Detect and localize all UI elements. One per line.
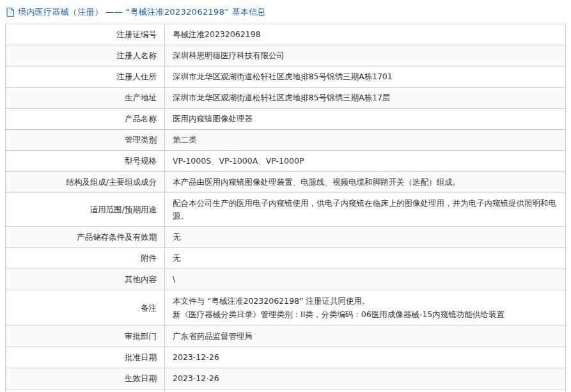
table-row: 注册人住所 深圳市龙华区观湖街道松轩社区虎地排85号锦绣三期A栋1701 bbox=[6, 67, 566, 88]
row-value: 2023-12-26 bbox=[165, 347, 566, 368]
table-row: 管理类别 第二类 bbox=[6, 130, 566, 151]
table-row: 结构及组成/主要组成成分 本产品由医用内窥镜图像处理装置、电源线、视频电缆和脚踏… bbox=[6, 172, 566, 193]
row-value: 深圳科思明德医疗科技有限公司 bbox=[165, 45, 566, 67]
row-label: 有效期至 bbox=[6, 389, 165, 392]
table-row: 注册人名称 深圳科思明德医疗科技有限公司 bbox=[6, 45, 566, 67]
row-value: 医用内窥镜图像处理器 bbox=[165, 109, 566, 130]
table-row: 生产地址 深圳市龙华区观湖街道松轩社区虎地排85号锦绣三期A栋17层 bbox=[6, 88, 566, 109]
row-label: 批准日期 bbox=[6, 347, 165, 368]
row-label: 其他内容 bbox=[6, 269, 165, 290]
table-row: 生效日期 2023-12-26 bbox=[6, 368, 566, 389]
row-label: 审批部门 bbox=[6, 326, 165, 347]
row-value: \ bbox=[165, 269, 566, 290]
row-label: 注册人住所 bbox=[6, 67, 165, 88]
row-value: 深圳市龙华区观湖街道松轩社区虎地排85号锦绣三期A栋17层 bbox=[165, 88, 566, 109]
row-label: 型号规格 bbox=[6, 151, 165, 172]
table-row: 产品名称 医用内窥镜图像处理器 bbox=[6, 109, 566, 130]
page-header: 境内医疗器械（注册） —— “粤械注准20232062198” 基本信息 bbox=[6, 6, 566, 18]
registration-info-page: 境内医疗器械（注册） —— “粤械注准20232062198” 基本信息 注册证… bbox=[0, 0, 571, 392]
row-label: 结构及组成/主要组成成分 bbox=[6, 172, 165, 193]
row-value: 深圳市龙华区观湖街道松轩社区虎地排85号锦绣三期A栋1701 bbox=[165, 67, 566, 88]
table-row: 附件 无 bbox=[6, 248, 566, 269]
table-row: 型号规格 VP-1000S、VP-1000A、VP-1000P bbox=[6, 151, 566, 172]
row-value: 广东省药品监督管理局 bbox=[165, 326, 566, 347]
table-row: 批准日期 2023-12-26 bbox=[6, 347, 566, 368]
row-value: 配合本公司生产的医用电子内窥镜使用，供电子内窥镜在临床上的图像处理用，并为电子内… bbox=[165, 193, 566, 227]
row-label: 适用范围/预期用途 bbox=[6, 193, 165, 227]
row-label: 注册人名称 bbox=[6, 45, 165, 67]
row-label: 产品名称 bbox=[6, 109, 165, 130]
row-label: 管理类别 bbox=[6, 130, 165, 151]
row-label: 生效日期 bbox=[6, 368, 165, 389]
value-line: 新《医疗器械分类目录》管理类别：II类，分类编码：06医用成像器械-15内窥镜功… bbox=[173, 308, 558, 321]
row-label: 备注 bbox=[6, 290, 165, 326]
table-row: 备注 本文件与 “粤械注准20232062198” 注册证共同使用。新《医疗器械… bbox=[6, 290, 566, 326]
table-row: 产品储存条件及有效期 无 bbox=[6, 227, 566, 248]
row-value: VP-1000S、VP-1000A、VP-1000P bbox=[165, 151, 566, 172]
document-icon bbox=[6, 8, 14, 17]
row-value: 粤械注准20232062198 bbox=[165, 24, 566, 45]
info-table-body: 注册证编号 粤械注准20232062198 注册人名称 深圳科思明德医疗科技有限… bbox=[6, 24, 566, 392]
row-label: 生产地址 bbox=[6, 88, 165, 109]
row-label: 产品储存条件及有效期 bbox=[6, 227, 165, 248]
row-value: 无 bbox=[165, 248, 566, 269]
row-value: 无 bbox=[165, 227, 566, 248]
row-label: 注册证编号 bbox=[6, 24, 165, 45]
table-row: 注册证编号 粤械注准20232062198 bbox=[6, 24, 566, 45]
row-value: 2028-12-25 bbox=[165, 389, 566, 392]
value-line: 本文件与 “粤械注准20232062198” 注册证共同使用。 bbox=[173, 295, 558, 308]
row-value: 第二类 bbox=[165, 130, 566, 151]
table-row: 适用范围/预期用途 配合本公司生产的医用电子内窥镜使用，供电子内窥镜在临床上的图… bbox=[6, 193, 566, 227]
row-label: 附件 bbox=[6, 248, 165, 269]
row-value: 本文件与 “粤械注准20232062198” 注册证共同使用。新《医疗器械分类目… bbox=[165, 290, 566, 326]
page-title: 境内医疗器械（注册） —— “粤械注准20232062198” 基本信息 bbox=[18, 6, 266, 18]
info-table: 注册证编号 粤械注准20232062198 注册人名称 深圳科思明德医疗科技有限… bbox=[5, 24, 566, 392]
table-row: 审批部门 广东省药品监督管理局 bbox=[6, 326, 566, 347]
row-value: 2023-12-26 bbox=[165, 368, 566, 389]
table-row: 其他内容 \ bbox=[6, 269, 566, 290]
row-value: 本产品由医用内窥镜图像处理装置、电源线、视频电缆和脚踏开关（选配）组成。 bbox=[165, 172, 566, 193]
table-row: 有效期至 2028-12-25 bbox=[6, 389, 566, 392]
